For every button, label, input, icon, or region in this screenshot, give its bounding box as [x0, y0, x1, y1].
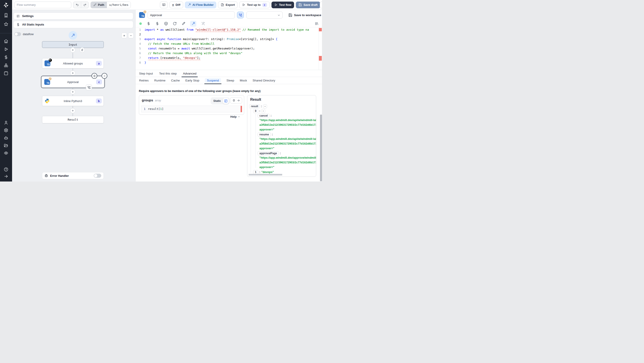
ai-graph-assistant-button[interactable]	[69, 31, 77, 40]
folders-icon[interactable]	[4, 143, 8, 148]
code-line[interactable]: 8}	[136, 60, 322, 65]
tab-advanced[interactable]: Advanced	[183, 72, 196, 75]
windmill-logo-icon[interactable]	[3, 2, 10, 9]
path-control[interactable]: Path u/henri/bes	[90, 2, 131, 8]
zoom-out-button[interactable]: −	[128, 33, 134, 38]
docs-button[interactable]	[160, 2, 168, 8]
result-key[interactable]: resume	[258, 133, 271, 137]
ai-flow-builder-button[interactable]: AI Flow Builder	[185, 2, 216, 8]
variables-picker-icon[interactable]	[146, 22, 150, 26]
ai-gen-icon[interactable]	[190, 21, 196, 27]
result-entry-1[interactable]: 1:"devops"	[247, 170, 316, 174]
result-entry-resume[interactable]: resume:	[247, 132, 316, 137]
zoom-in-button[interactable]: +	[122, 33, 127, 38]
library-icon[interactable]	[314, 22, 318, 26]
format-icon[interactable]	[181, 22, 185, 26]
flow-node-input[interactable]: Input	[42, 41, 104, 48]
result-entry-0[interactable]: 0:-	[247, 109, 316, 113]
error-handler-toggle[interactable]	[94, 174, 101, 178]
help-icon[interactable]	[4, 167, 8, 172]
add-trigger-button[interactable]	[80, 48, 85, 53]
code-line[interactable]: 5 const resumeUrls = await wmillClient.g…	[136, 46, 322, 51]
audit-logs-icon[interactable]	[4, 151, 8, 155]
resources-picker-icon[interactable]	[155, 22, 159, 26]
flow-summary-input[interactable]	[14, 2, 71, 8]
users-icon[interactable]	[4, 120, 8, 125]
clipped-button[interactable]	[320, 2, 322, 8]
code-line[interactable]: 4 // Fetch the resume URLs from Windmill	[136, 41, 322, 46]
function-expr-button[interactable]	[223, 98, 229, 104]
workers-icon[interactable]	[4, 136, 8, 140]
result-entry-approvalPage[interactable]: approvalPage:	[247, 151, 316, 156]
subtab-retries[interactable]: Retries	[139, 79, 149, 82]
collapse-toggle[interactable]: -	[263, 104, 267, 108]
add-step-button[interactable]	[70, 71, 75, 76]
connect-input-button[interactable]	[230, 97, 242, 104]
subtab-cache[interactable]: Cache	[171, 79, 180, 82]
flow-settings-row[interactable]: Settings	[14, 13, 133, 20]
reload-icon[interactable]	[173, 22, 177, 26]
code-line[interactable]: 7 return [resumeUrls, "devops"];	[136, 56, 322, 60]
code-line[interactable]: 6 // Return the resume URLs along with t…	[136, 51, 322, 56]
save-draft-button[interactable]: Save draft	[296, 2, 320, 8]
result-key[interactable]: approvalPage	[258, 151, 279, 155]
subtab-sleep[interactable]: Sleep	[226, 79, 234, 82]
vertical-scrollbar[interactable]	[320, 115, 322, 181]
result-key[interactable]: result	[249, 104, 260, 108]
dataflow-toggle[interactable]	[14, 32, 21, 36]
result-entry-result[interactable]: result:-	[247, 104, 316, 109]
result-entry-cancel[interactable]: cancel:	[247, 113, 316, 118]
export-button[interactable]: Export	[218, 2, 238, 8]
step-name-input[interactable]	[148, 12, 235, 19]
undo-button[interactable]	[73, 2, 81, 8]
horizontal-scrollbar[interactable]	[249, 174, 282, 175]
variables-icon[interactable]	[4, 55, 8, 60]
ai-gen-off-icon[interactable]	[201, 22, 205, 26]
code-line[interactable]: 2	[136, 32, 322, 37]
groups-expression-editor[interactable]: 1 result[1]	[141, 106, 242, 112]
settings-icon[interactable]	[4, 128, 8, 133]
result-key[interactable]: cancel	[258, 114, 270, 118]
script-kind-select[interactable]	[246, 12, 283, 19]
flow-node-inline-python3[interactable]: Inline Python3 b	[42, 96, 104, 106]
home-icon[interactable]	[4, 39, 8, 44]
schedules-icon[interactable]	[4, 71, 8, 75]
delete-step-button[interactable]	[102, 73, 107, 79]
result-key[interactable]: 1	[253, 170, 258, 174]
help-link[interactable]: Help	[230, 115, 240, 118]
flow-node-result[interactable]: Result	[42, 116, 104, 123]
result-key[interactable]: 0	[253, 109, 258, 113]
subtab-suspend[interactable]: Suspend	[205, 78, 221, 83]
move-step-button[interactable]	[92, 73, 97, 79]
collapse-toggle[interactable]: -	[262, 109, 265, 113]
subtab-early-stop[interactable]: Early Stop	[185, 79, 199, 82]
resources-icon[interactable]	[4, 63, 8, 68]
runs-icon[interactable]	[4, 47, 8, 52]
error-handler-row[interactable]: Error Handler	[42, 172, 104, 179]
diff-button[interactable]: ±Diff	[170, 2, 183, 8]
test-up-to-button[interactable]: Test up toc	[239, 2, 270, 8]
static-label[interactable]: Static	[213, 99, 221, 103]
flow-node-allowed-groups[interactable]: TS Allowed groups a	[42, 58, 104, 69]
tab-step-input[interactable]: Step Input	[139, 72, 153, 75]
subtab-runtime[interactable]: Runtime	[154, 79, 166, 82]
subtab-mock[interactable]: Mock	[240, 79, 247, 82]
test-flow-button[interactable]: Test flow	[272, 2, 294, 8]
add-step-button[interactable]	[70, 89, 75, 95]
package-icon[interactable]	[164, 22, 168, 26]
all-static-inputs-row[interactable]: All Static Inputs	[14, 21, 133, 28]
add-step-button[interactable]	[70, 108, 75, 113]
save-to-workspace-button[interactable]: Save to workspace	[288, 13, 321, 17]
code-editor[interactable]: 1import * as wmillClient from "windmill-…	[136, 27, 322, 70]
workspace-icon[interactable]	[4, 13, 8, 18]
subtab-shared-directory[interactable]: Shared Directory	[252, 79, 275, 82]
add-step-button[interactable]	[70, 48, 75, 53]
code-line[interactable]: 3export async function main(approver?: s…	[136, 37, 322, 41]
tab-test-this-step[interactable]: Test this step	[159, 72, 177, 75]
approval-step-indicator[interactable]	[86, 84, 92, 90]
approval-toggle-button[interactable]	[237, 12, 244, 18]
code-line[interactable]: 1import * as wmillClient from "windmill-…	[136, 27, 322, 32]
expand-sidebar-icon[interactable]	[4, 174, 8, 179]
favorites-icon[interactable]	[4, 22, 8, 27]
redo-button[interactable]	[81, 2, 88, 8]
